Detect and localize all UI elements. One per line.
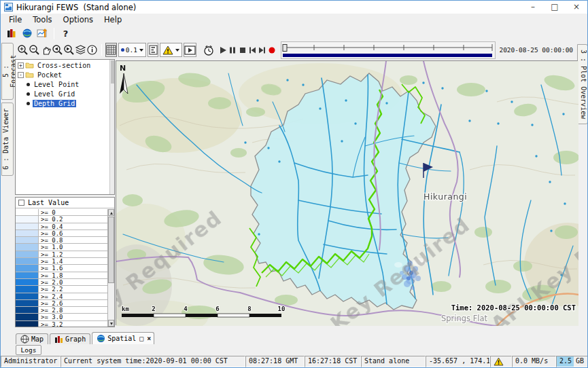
grid-icon: [106, 45, 116, 55]
spatial-map[interactable]: API Key Required API Key Required API Ke…: [116, 60, 578, 325]
go-to-end-button[interactable]: [258, 43, 267, 57]
collapse-icon[interactable]: -: [18, 72, 24, 78]
legend-row[interactable]: >= 1.6: [16, 265, 107, 272]
legend-row[interactable]: >= 0.4: [16, 223, 107, 230]
legend-panel: Last Value >= 0 >= 0.2 >= 0.4 >= 0.6 >= …: [15, 197, 115, 327]
zoom-in-button[interactable]: [17, 43, 29, 57]
tab-data-viewer[interactable]: 6 : Data Viewer: [1, 103, 14, 176]
tree-item-label[interactable]: Level Point: [33, 81, 80, 88]
layers-button[interactable]: [75, 43, 86, 57]
tree-item-label[interactable]: Cross-section: [36, 62, 92, 69]
map-display-button[interactable]: [19, 26, 35, 41]
main-toolbar: ?: [1, 26, 587, 41]
display-tabs: Map Graph Spatial □ ×: [16, 332, 156, 344]
tab-close-icon[interactable]: ×: [147, 335, 151, 342]
zoom-out-button[interactable]: [29, 43, 40, 57]
tree-item-pocket[interactable]: - Pocket: [16, 71, 114, 79]
menu-options[interactable]: Options: [58, 14, 99, 25]
legend-row[interactable]: >= 0.2: [16, 216, 107, 223]
tree-item-label[interactable]: Pocket: [36, 71, 63, 79]
tree-item-label-selected[interactable]: Depth Grid: [33, 100, 76, 107]
scale-tick: 4: [184, 306, 188, 312]
menu-file[interactable]: File: [3, 14, 27, 25]
pause-button[interactable]: [228, 43, 237, 57]
folder-icon: [25, 62, 34, 69]
tab-map-label: Map: [31, 335, 44, 343]
set-time-button[interactable]: [203, 43, 215, 57]
app-window: Hikurangi FEWS (Stand alone) – □ × File …: [0, 0, 588, 368]
animation-button[interactable]: [184, 43, 196, 57]
expand-icon[interactable]: +: [18, 62, 24, 69]
last-value-checkbox[interactable]: [18, 200, 24, 206]
scroll-thumb[interactable]: [108, 217, 114, 283]
menu-help[interactable]: Help: [99, 14, 127, 25]
legend-row[interactable]: >= 1.2: [16, 251, 107, 258]
tab-forecast[interactable]: 5 : Forecast: [1, 43, 14, 100]
zoom-next-button[interactable]: [63, 43, 75, 57]
tab-maximize-icon[interactable]: □: [139, 335, 143, 342]
legend-row[interactable]: >= 0.8: [16, 237, 107, 244]
title-bar[interactable]: Hikurangi FEWS (Stand alone) – □ ×: [1, 1, 587, 14]
pause-icon: [228, 46, 237, 54]
status-user: Administrator: [1, 356, 60, 367]
status-coordinates: -35.657 , 174.199: [426, 356, 490, 367]
tab-map[interactable]: Map: [16, 333, 48, 344]
legend-row[interactable]: >= 3.2: [16, 321, 107, 327]
node-bullet-icon: [27, 83, 30, 86]
menu-bar: File Tools Options Help: [1, 14, 587, 26]
classification-dropdown[interactable]: 0.1: [118, 43, 146, 57]
minimize-button[interactable]: –: [522, 1, 544, 14]
tree-item-level-grid[interactable]: Level Grid: [16, 90, 114, 98]
record-button[interactable]: [267, 43, 277, 57]
tree-item-level-point[interactable]: Level Point: [16, 80, 114, 88]
tree-item-label[interactable]: Level Grid: [33, 90, 76, 98]
zoom-out-icon: [29, 44, 40, 56]
legend-row[interactable]: >= 0.6: [16, 230, 107, 237]
class-dot-icon: [121, 48, 124, 52]
legend-row[interactable]: >= 3.0: [16, 314, 107, 320]
legend-row[interactable]: >= 2.4: [16, 293, 107, 300]
help-button[interactable]: ?: [58, 26, 73, 41]
stop-icon: [239, 46, 247, 54]
play-button[interactable]: [218, 43, 228, 57]
legend-scrollbar[interactable]: [107, 209, 114, 327]
menu-tools[interactable]: Tools: [27, 14, 57, 25]
tab-graph[interactable]: Graph: [50, 333, 90, 344]
stop-button[interactable]: [238, 43, 247, 57]
legend-row[interactable]: >= 1.4: [16, 258, 107, 265]
info-button[interactable]: [86, 43, 98, 57]
timeseries-display-button[interactable]: [35, 26, 50, 41]
map-canvas[interactable]: API Key Required API Key Required API Ke…: [116, 61, 578, 326]
tab-spatial[interactable]: Spatial □ ×: [92, 332, 154, 344]
time-slider[interactable]: [281, 41, 496, 59]
tab-plot-overview[interactable]: 3 : Plot Overview: [577, 44, 588, 124]
legend-row[interactable]: >= 2.0: [16, 279, 107, 286]
legend-row[interactable]: >= 2.6: [16, 300, 107, 307]
scroll-down-icon[interactable]: [108, 320, 114, 327]
legend-row[interactable]: >= 2.2: [16, 286, 107, 293]
zoom-previous-button[interactable]: [52, 43, 63, 57]
legend-toggle-button[interactable]: [148, 43, 158, 57]
scroll-up-icon[interactable]: [108, 209, 114, 216]
tree-scrollbar[interactable]: [109, 60, 114, 194]
status-warning: [490, 356, 512, 367]
pan-button[interactable]: [40, 43, 52, 57]
legend-row[interactable]: >= 0: [16, 209, 107, 216]
thresholds-dropdown[interactable]: [160, 43, 182, 57]
maximize-button[interactable]: □: [544, 1, 566, 14]
logs-button[interactable]: Logs: [16, 345, 41, 355]
data-viewer-panel: + Cross-section - Pocket Level Point Lev…: [15, 59, 115, 327]
legend-row[interactable]: >= 1.0: [16, 244, 107, 251]
tree-item-depth-grid[interactable]: Depth Grid: [16, 99, 114, 107]
zoom-next-icon: [63, 44, 75, 56]
legend-row[interactable]: >= 1.8: [16, 272, 107, 279]
database-display-icon: [6, 28, 17, 39]
grid-display-button[interactable]: [105, 43, 117, 57]
close-button[interactable]: ×: [566, 1, 587, 14]
database-display-button[interactable]: [3, 26, 19, 41]
timeline-date-label: 2020-08-25 00:00:00 CST: [499, 46, 588, 54]
legend-color-swatch: [16, 321, 39, 327]
tree-item-cross-section[interactable]: + Cross-section: [16, 61, 114, 69]
go-to-start-button[interactable]: [247, 43, 257, 57]
legend-row[interactable]: >= 2.8: [16, 307, 107, 314]
